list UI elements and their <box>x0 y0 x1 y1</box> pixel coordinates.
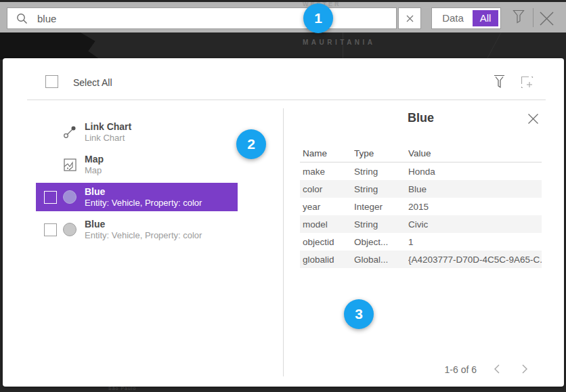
result-row-map[interactable]: Map Map <box>36 150 238 179</box>
panel-header-divider <box>27 100 546 100</box>
column-header-value: Value <box>408 148 542 158</box>
table-row: color String Blue <box>300 180 542 198</box>
search-input[interactable] <box>37 13 335 24</box>
result-title: Link Chart <box>85 121 131 133</box>
callout-badge-2: 2 <box>236 129 266 159</box>
close-search-icon[interactable] <box>539 11 554 26</box>
callout-badge-1: 1 <box>303 3 333 33</box>
search-icon <box>16 13 28 24</box>
search-box[interactable] <box>7 7 397 29</box>
add-selection-icon[interactable] <box>521 76 534 89</box>
result-subtitle: Link Chart <box>85 133 131 144</box>
search-toolbar: Data All <box>0 2 566 32</box>
table-row: year Integer 2015 <box>300 198 542 215</box>
link-chart-icon <box>63 125 77 139</box>
result-subtitle: Map <box>85 165 104 176</box>
result-title: Blue <box>85 186 202 198</box>
detail-close-icon[interactable] <box>527 113 539 125</box>
previous-page-icon[interactable] <box>492 363 502 375</box>
result-row-link-chart[interactable]: Link Chart Link Chart <box>36 118 238 146</box>
clear-search-button[interactable] <box>398 7 421 29</box>
filter-icon[interactable] <box>513 9 525 24</box>
table-row: globalid Global... {A4203777-D70D-4C5C-9… <box>300 251 542 268</box>
result-title: Blue <box>85 219 202 230</box>
pagination-label: 1-6 of 6 <box>382 364 477 375</box>
result-title: Map <box>85 154 104 165</box>
result-row-blue[interactable]: Blue Entity: Vehicle, Property: color <box>36 215 238 244</box>
map-border-line <box>487 31 548 58</box>
search-scope-toggle: Data All <box>431 7 501 29</box>
scope-all-option[interactable]: All <box>473 10 498 26</box>
screen: WESTER MAURITANIA São Paulo Data All 1 2… <box>0 0 566 392</box>
map-label-mauritania: MAURITANIA <box>303 39 376 46</box>
map-icon <box>63 158 77 171</box>
table-row: objectid Object... 1 <box>300 233 542 251</box>
result-row-blue-selected[interactable]: Blue Entity: Vehicle, Property: color <box>36 183 238 211</box>
entity-circle-icon <box>63 223 77 236</box>
callout-badge-3: 3 <box>344 299 374 329</box>
detail-title: Blue <box>300 111 542 125</box>
next-page-icon[interactable] <box>520 363 529 375</box>
select-all-label: Select All <box>73 77 112 88</box>
attribute-table: Name Type Value make String Honda color … <box>300 145 542 268</box>
entity-circle-icon <box>63 190 77 204</box>
table-row: make String Honda <box>300 162 542 180</box>
clear-icon <box>406 15 414 22</box>
toolbar-divider <box>533 8 534 27</box>
column-header-name: Name <box>300 148 354 158</box>
search-results-panel: Select All Link Chart Link Chart <box>3 58 564 387</box>
attribute-table-header: Name Type Value <box>300 145 542 162</box>
select-all-checkbox[interactable] <box>45 75 58 88</box>
result-subtitle: Entity: Vehicle, Property: color <box>85 198 202 209</box>
results-list: Link Chart Link Chart Map Map Blue <box>36 118 238 248</box>
results-filter-icon[interactable] <box>494 74 505 89</box>
result-checkbox[interactable] <box>44 223 57 236</box>
map-ocean-shape <box>0 31 100 60</box>
scope-data-option[interactable]: Data <box>432 8 474 28</box>
panel-vertical-divider <box>283 108 284 376</box>
map-label-sao-paulo: São Paulo <box>108 386 136 391</box>
table-row: model String Civic <box>300 215 542 233</box>
result-checkbox[interactable] <box>44 191 57 204</box>
result-subtitle: Entity: Vehicle, Property: color <box>85 230 202 241</box>
column-header-type: Type <box>354 148 408 158</box>
